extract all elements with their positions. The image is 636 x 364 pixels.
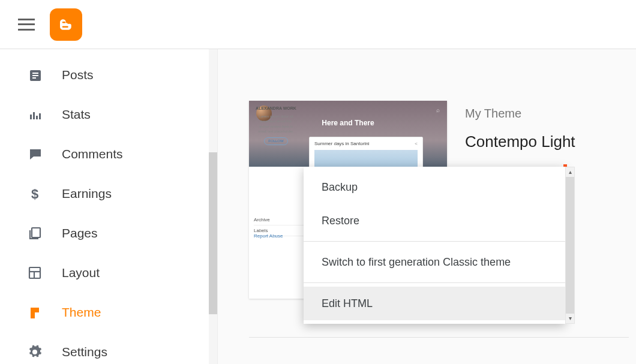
theme-options-menu: Backup Restore Switch to first generatio… (304, 167, 565, 324)
menu-item-label: Switch to first generation Classic theme (322, 256, 511, 269)
sidebar-item-earnings[interactable]: $ Earnings (0, 174, 217, 213)
content-divider (249, 337, 629, 338)
sidebar-item-label: Stats (62, 107, 91, 122)
settings-icon (27, 344, 43, 360)
theme-name: Contempo Light (465, 133, 575, 151)
sidebar-scrollbar-thumb[interactable] (209, 152, 217, 314)
sidebar-item-label: Comments (62, 147, 123, 161)
svg-rect-5 (33, 112, 35, 119)
sidebar-item-layout[interactable]: Layout (0, 253, 217, 293)
svg-rect-3 (32, 77, 36, 79)
share-icon: < (415, 141, 418, 146)
sidebar-item-comments[interactable]: Comments (0, 134, 217, 174)
menu-item-restore[interactable]: Restore (304, 204, 565, 237)
sidebar-item-stats[interactable]: Stats (0, 95, 217, 134)
sidebar-item-label: Settings (62, 345, 107, 359)
blogger-logo[interactable] (50, 8, 82, 41)
svg-rect-4 (30, 115, 32, 119)
menu-item-switch-classic[interactable]: Switch to first generation Classic theme (304, 245, 565, 279)
top-bar (0, 0, 636, 49)
search-icon: ⌕ (436, 107, 440, 113)
layout-icon (27, 265, 43, 281)
preview-labels-label: Labels (254, 228, 268, 233)
theme-section-label: My Theme (465, 107, 575, 121)
sidebar-item-label: Layout (62, 266, 100, 280)
sidebar-item-settings[interactable]: Settings (0, 332, 217, 364)
scroll-up-arrow-icon[interactable]: ▴ (569, 167, 572, 177)
theme-labels: My Theme Contempo Light (465, 107, 575, 151)
comments-icon (27, 146, 43, 162)
earnings-icon: $ (27, 186, 43, 201)
posts-icon (27, 67, 43, 83)
menu-item-label: Edit HTML (322, 297, 373, 310)
sidebar-item-theme[interactable]: Theme (0, 293, 217, 332)
preview-archive-label: Archive (254, 217, 270, 222)
sidebar-item-label: Theme (62, 305, 101, 320)
theme-icon (27, 305, 43, 320)
preview-report-link: Report Abuse (254, 233, 283, 239)
content-area: ⌕ Here and There Summer days in Santorin… (217, 49, 636, 364)
preview-post-title-text: Summer days in Santorini (314, 141, 370, 146)
svg-rect-1 (32, 73, 38, 74)
preview-sidebar: ALEXANDRA WORK Lorem ipsum dolor sit ame… (255, 106, 297, 145)
svg-rect-9 (32, 228, 40, 237)
scroll-down-arrow-icon[interactable]: ▾ (569, 314, 572, 323)
menu-toggle-button[interactable] (18, 19, 35, 31)
svg-rect-6 (36, 116, 38, 119)
blogger-icon (57, 16, 75, 34)
pages-icon (27, 225, 43, 241)
sidebar-item-label: Posts (62, 68, 94, 82)
sidebar-item-label: Earnings (62, 186, 112, 201)
svg-text:$: $ (31, 186, 38, 201)
sidebar-item-posts[interactable]: Posts (0, 55, 217, 95)
svg-rect-7 (39, 113, 41, 119)
sidebar: Posts Stats Comments $ Earnings Pages (0, 49, 217, 364)
sidebar-item-pages[interactable]: Pages (0, 213, 217, 253)
preview-author-name: ALEXANDRA WORK (255, 106, 297, 112)
svg-rect-2 (32, 75, 38, 76)
sidebar-item-label: Pages (62, 226, 98, 240)
menu-item-edit-html[interactable]: Edit HTML (304, 287, 565, 320)
preview-post-card: Summer days in Santorini < (309, 137, 423, 171)
preview-follow-button: FOLLOW (264, 137, 287, 145)
menu-scrollbar[interactable]: ▴ ▾ (565, 167, 575, 324)
stats-icon (27, 107, 43, 122)
menu-item-backup[interactable]: Backup (304, 170, 565, 204)
menu-item-label: Restore (322, 215, 359, 227)
menu-scrollbar-thumb[interactable] (566, 177, 574, 314)
menu-item-label: Backup (322, 181, 358, 194)
